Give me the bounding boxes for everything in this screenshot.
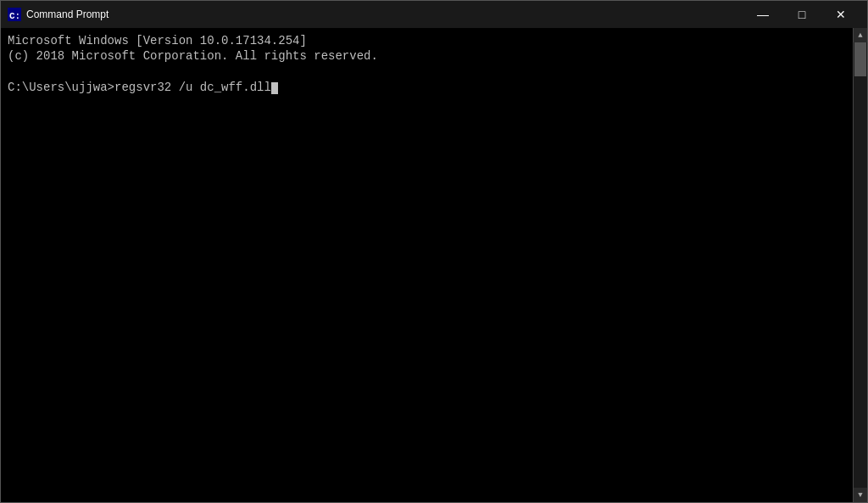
cmd-window: C: Command Prompt — □ ✕ Microsoft Window… bbox=[0, 0, 868, 503]
scrollbar-track[interactable] bbox=[854, 42, 867, 488]
scrollbar-thumb[interactable] bbox=[854, 42, 866, 76]
titlebar: C: Command Prompt — □ ✕ bbox=[1, 1, 867, 28]
maximize-button[interactable]: □ bbox=[782, 1, 821, 28]
svg-text:C:: C: bbox=[9, 11, 20, 21]
terminal[interactable]: Microsoft Windows [Version 10.0.17134.25… bbox=[1, 28, 853, 502]
close-button[interactable]: ✕ bbox=[821, 1, 860, 28]
terminal-line-2: (c) 2018 Microsoft Corporation. All righ… bbox=[8, 48, 846, 64]
cursor bbox=[271, 82, 278, 94]
titlebar-controls: — □ ✕ bbox=[743, 1, 860, 28]
terminal-line-blank bbox=[8, 64, 846, 79]
scrollbar-up-arrow[interactable]: ▲ bbox=[854, 28, 868, 42]
scrollbar: ▲ ▼ bbox=[853, 28, 867, 502]
window-title: Command Prompt bbox=[26, 8, 743, 20]
minimize-button[interactable]: — bbox=[743, 1, 782, 28]
terminal-line-3: C:\Users\ujjwa>regsvr32 /u dc_wff.dll bbox=[8, 80, 846, 95]
terminal-prompt: C:\Users\ujjwa>regsvr32 /u dc_wff.dll bbox=[8, 81, 271, 94]
scrollbar-down-arrow[interactable]: ▼ bbox=[854, 488, 868, 502]
terminal-line-1: Microsoft Windows [Version 10.0.17134.25… bbox=[8, 33, 846, 48]
cmd-icon: C: bbox=[8, 8, 21, 21]
content-area: Microsoft Windows [Version 10.0.17134.25… bbox=[1, 28, 867, 502]
